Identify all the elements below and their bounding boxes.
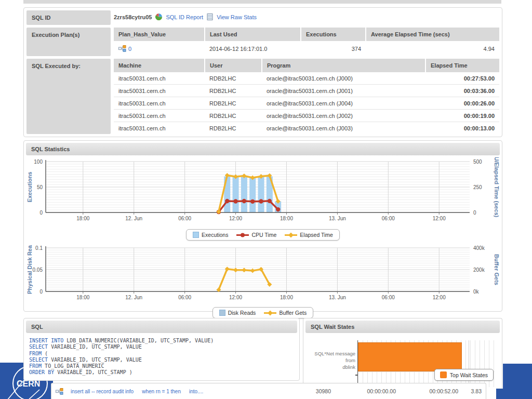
execution-plans-row: Execution Plan(s) Plan_Hash_Value Last U… [26, 28, 499, 56]
svg-text:0.1: 0.1 [35, 245, 43, 251]
plan-tree-icon [118, 45, 126, 52]
col-machine: Machine [114, 59, 205, 72]
svg-text:100: 100 [34, 159, 43, 165]
sql-summary-panel: SQL ID 2zrs58cytru05 SQL ID Report [23, 7, 502, 137]
svg-text:18:00: 18:00 [76, 216, 89, 221]
sql-id-report-link[interactable]: SQL ID Report [166, 14, 203, 20]
svg-text:12:00: 12:00 [229, 295, 242, 300]
bottom-when-link[interactable]: when rn = 1 then [142, 389, 181, 394]
svg-text:18:00: 18:00 [280, 295, 293, 300]
wait-category-label: SQL*Net message from dblink [303, 340, 355, 387]
legend-item[interactable]: Elapsed Time [285, 232, 333, 238]
legend-item[interactable]: Buffer Gets [264, 310, 307, 316]
next-sql-row-strip: insert all -- record audit info when rn … [51, 383, 486, 399]
slide-corner-block-lower [496, 389, 532, 399]
wait-legend-swatch [440, 371, 447, 378]
table-row: itrac50031.cern.chRDB2LHCoracle@itrac500… [114, 97, 499, 110]
report-icon [155, 14, 162, 20]
slide-page: CERN SQL ID 2zrs58cytru05 SQL ID Repor [0, 0, 532, 399]
svg-text:Buffer Gets: Buffer Gets [494, 254, 500, 285]
executions-value: 374 [301, 41, 366, 56]
svg-text:U/Elapsed Time (secs): U/Elapsed Time (secs) [494, 157, 500, 218]
executed-by-row: SQL Executed by: Machine User Program El… [26, 59, 499, 134]
slide-top-bar [23, 0, 501, 4]
bottom-sql-link[interactable]: insert all -- record audit info [71, 389, 134, 394]
sql-statistics-panel: SQL Statistics 18:0012. Jun06:0012:0018:… [23, 140, 502, 312]
sql-code: INSERT INTO LDB_DATA_NUMERIC(VARIABLE_ID… [29, 338, 294, 376]
svg-text:0.05: 0.05 [33, 267, 43, 273]
svg-text:400k: 400k [473, 245, 485, 251]
sql-text-panel: SQL INSERT INTO LDB_DATA_NUMERIC(VARIABL… [23, 318, 300, 381]
legend-item[interactable]: CPU Time [236, 232, 276, 238]
table-row: 0 2014-06-12 16:17:01.0 374 4.94 [114, 41, 499, 56]
svg-text:500: 500 [473, 159, 482, 165]
svg-text:0: 0 [39, 289, 43, 295]
svg-text:06:00: 06:00 [178, 216, 191, 221]
svg-text:18:00: 18:00 [76, 295, 89, 300]
table-row: itrac50031.cern.chRDB2LHCoracle@itrac500… [114, 72, 499, 85]
executed-by-body: itrac50031.cern.chRDB2LHCoracle@itrac500… [114, 72, 499, 134]
col-last-used: Last Used [205, 28, 301, 41]
sql-id-label: SQL ID [26, 10, 111, 25]
executed-by-label: SQL Executed by: [26, 59, 111, 134]
legend-item[interactable]: Executions [193, 232, 228, 238]
wait-axis-tick [355, 375, 358, 376]
svg-text:06:00: 06:00 [178, 295, 191, 300]
legend-item[interactable]: Disk Reads [219, 310, 256, 316]
plan-hash-link[interactable]: 0 [128, 46, 131, 52]
bottom-elapsed-time: 00:00:52.00 [396, 388, 458, 394]
sql-header: SQL [26, 321, 297, 333]
bottom-cpu-time: 00:00:00.00 [331, 388, 396, 394]
table-row: itrac50031.cern.chRDB2LHCoracle@itrac500… [114, 110, 499, 122]
col-program: Program [262, 59, 425, 72]
svg-text:13. Jun: 13. Jun [329, 216, 346, 221]
svg-text:200k: 200k [473, 267, 485, 273]
execution-plans-table: Plan_Hash_Value Last Used Executions Ave… [114, 28, 499, 56]
raw-stats-icon [207, 14, 213, 20]
svg-text:06:00: 06:00 [382, 216, 395, 221]
bottom-executions: 30980 [271, 388, 331, 394]
view-raw-stats-link[interactable]: View Raw Stats [217, 14, 257, 20]
wait-plot-area: Top Wait States [357, 340, 495, 387]
disk-reads-chart: 18:0012. Jun06:0012:0018:0013. Jun06:001… [26, 244, 502, 306]
svg-text:Physical Disk Rea: Physical Disk Rea [26, 245, 33, 294]
bottom-avg-elapsed: 3.83 [458, 388, 482, 394]
col-plan-hash: Plan_Hash_Value [114, 28, 205, 41]
wait-legend[interactable]: Top Wait States [434, 369, 494, 381]
executions-chart: 18:0012. Jun06:0012:0018:0013. Jun06:001… [26, 157, 502, 228]
sql-statistics-header: SQL Statistics [26, 143, 500, 155]
col-executions: Executions [301, 28, 366, 41]
svg-text:12:00: 12:00 [433, 295, 446, 300]
table-row: itrac50031.cern.chRDB2LHCoracle@itrac500… [114, 122, 499, 135]
svg-text:12:00: 12:00 [229, 216, 242, 221]
svg-text:12. Jun: 12. Jun [125, 295, 142, 300]
executions-chart-legend: ExecutionsCPU TimeElapsed Time [186, 229, 340, 241]
table-row: itrac50031.cern.chRDB2LHCoracle@itrac500… [114, 85, 499, 97]
last-used-value: 2014-06-12 16:17:01.0 [205, 41, 301, 56]
sql-id-row: SQL ID 2zrs58cytru05 SQL ID Report [26, 10, 499, 25]
svg-text:0k: 0k [473, 289, 480, 295]
svg-text:250: 250 [473, 184, 482, 190]
svg-text:13. Jun: 13. Jun [329, 295, 346, 300]
svg-text:Executions: Executions [26, 172, 33, 203]
svg-text:12:00: 12:00 [433, 216, 446, 221]
col-user: User [205, 59, 262, 72]
sql-id-value: 2zrs58cytru05 [114, 14, 152, 20]
avg-elapsed-value: 4.94 [366, 41, 499, 56]
svg-text:0: 0 [39, 210, 43, 216]
plan-tree-icon [56, 388, 63, 395]
executed-by-table: Machine User Program Elapsed Time itrac5… [114, 59, 499, 134]
svg-text:18:00: 18:00 [280, 216, 293, 221]
svg-text:12. Jun: 12. Jun [125, 216, 142, 221]
svg-text:06:00: 06:00 [382, 295, 395, 300]
execution-plans-label: Execution Plan(s) [26, 28, 111, 56]
wait-states-chart: SQL*Net message from dblink Top Wait Sta… [303, 340, 502, 387]
wait-bar [358, 342, 462, 371]
col-avg-elapsed: Average Elapsed Time (secs) [366, 28, 499, 41]
bottom-into-link[interactable]: into.... [189, 389, 203, 394]
col-elapsed-time: Elapsed Time [425, 59, 499, 72]
svg-text:0: 0 [473, 210, 476, 216]
wait-states-header: SQL Wait States [305, 321, 500, 333]
disk-reads-chart-legend: Disk ReadsBuffer Gets [212, 307, 314, 318]
svg-text:50: 50 [37, 184, 43, 190]
